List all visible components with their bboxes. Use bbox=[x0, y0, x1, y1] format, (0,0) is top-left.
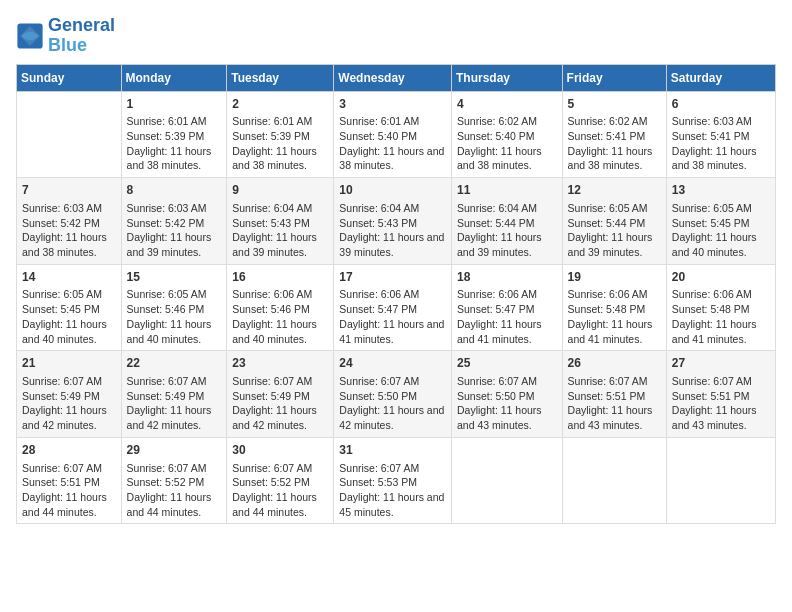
calendar-cell: 27 Sunrise: 6:07 AM Sunset: 5:51 PM Dayl… bbox=[666, 351, 775, 438]
sunrise-text: Sunrise: 6:07 AM bbox=[232, 461, 328, 476]
sunrise-text: Sunrise: 6:06 AM bbox=[568, 287, 661, 302]
sunrise-text: Sunrise: 6:07 AM bbox=[127, 461, 222, 476]
daylight-text: Daylight: 11 hours and 40 minutes. bbox=[127, 317, 222, 346]
day-number: 18 bbox=[457, 269, 557, 286]
sunrise-text: Sunrise: 6:01 AM bbox=[339, 114, 446, 129]
day-number: 4 bbox=[457, 96, 557, 113]
daylight-text: Daylight: 11 hours and 43 minutes. bbox=[568, 403, 661, 432]
day-number: 29 bbox=[127, 442, 222, 459]
sunrise-text: Sunrise: 6:03 AM bbox=[22, 201, 116, 216]
day-number: 17 bbox=[339, 269, 446, 286]
calendar-cell: 9 Sunrise: 6:04 AM Sunset: 5:43 PM Dayli… bbox=[227, 178, 334, 265]
day-number: 16 bbox=[232, 269, 328, 286]
sunset-text: Sunset: 5:42 PM bbox=[127, 216, 222, 231]
day-number: 24 bbox=[339, 355, 446, 372]
calendar-cell bbox=[666, 437, 775, 524]
day-number: 21 bbox=[22, 355, 116, 372]
calendar-cell: 1 Sunrise: 6:01 AM Sunset: 5:39 PM Dayli… bbox=[121, 91, 227, 178]
day-number: 1 bbox=[127, 96, 222, 113]
sunrise-text: Sunrise: 6:06 AM bbox=[232, 287, 328, 302]
day-number: 10 bbox=[339, 182, 446, 199]
sunset-text: Sunset: 5:42 PM bbox=[22, 216, 116, 231]
daylight-text: Daylight: 11 hours and 38 minutes. bbox=[22, 230, 116, 259]
sunset-text: Sunset: 5:49 PM bbox=[22, 389, 116, 404]
day-number: 30 bbox=[232, 442, 328, 459]
sunset-text: Sunset: 5:39 PM bbox=[232, 129, 328, 144]
day-number: 9 bbox=[232, 182, 328, 199]
sunset-text: Sunset: 5:47 PM bbox=[339, 302, 446, 317]
day-number: 28 bbox=[22, 442, 116, 459]
day-number: 23 bbox=[232, 355, 328, 372]
calendar-cell: 3 Sunrise: 6:01 AM Sunset: 5:40 PM Dayli… bbox=[334, 91, 452, 178]
daylight-text: Daylight: 11 hours and 41 minutes. bbox=[568, 317, 661, 346]
day-number: 6 bbox=[672, 96, 770, 113]
sunset-text: Sunset: 5:40 PM bbox=[457, 129, 557, 144]
daylight-text: Daylight: 11 hours and 42 minutes. bbox=[232, 403, 328, 432]
column-header-wednesday: Wednesday bbox=[334, 64, 452, 91]
day-number: 2 bbox=[232, 96, 328, 113]
sunrise-text: Sunrise: 6:06 AM bbox=[339, 287, 446, 302]
calendar-cell: 10 Sunrise: 6:04 AM Sunset: 5:43 PM Dayl… bbox=[334, 178, 452, 265]
day-number: 11 bbox=[457, 182, 557, 199]
sunset-text: Sunset: 5:53 PM bbox=[339, 475, 446, 490]
day-number: 20 bbox=[672, 269, 770, 286]
calendar-cell: 4 Sunrise: 6:02 AM Sunset: 5:40 PM Dayli… bbox=[451, 91, 562, 178]
calendar-week-row: 21 Sunrise: 6:07 AM Sunset: 5:49 PM Dayl… bbox=[17, 351, 776, 438]
sunrise-text: Sunrise: 6:07 AM bbox=[22, 461, 116, 476]
sunset-text: Sunset: 5:51 PM bbox=[568, 389, 661, 404]
calendar-week-row: 14 Sunrise: 6:05 AM Sunset: 5:45 PM Dayl… bbox=[17, 264, 776, 351]
calendar-cell: 24 Sunrise: 6:07 AM Sunset: 5:50 PM Dayl… bbox=[334, 351, 452, 438]
calendar-cell bbox=[562, 437, 666, 524]
sunrise-text: Sunrise: 6:05 AM bbox=[672, 201, 770, 216]
calendar-cell bbox=[17, 91, 122, 178]
daylight-text: Daylight: 11 hours and 42 minutes. bbox=[339, 403, 446, 432]
calendar-cell: 30 Sunrise: 6:07 AM Sunset: 5:52 PM Dayl… bbox=[227, 437, 334, 524]
sunrise-text: Sunrise: 6:02 AM bbox=[457, 114, 557, 129]
column-header-saturday: Saturday bbox=[666, 64, 775, 91]
calendar-week-row: 28 Sunrise: 6:07 AM Sunset: 5:51 PM Dayl… bbox=[17, 437, 776, 524]
calendar-cell: 19 Sunrise: 6:06 AM Sunset: 5:48 PM Dayl… bbox=[562, 264, 666, 351]
sunrise-text: Sunrise: 6:01 AM bbox=[127, 114, 222, 129]
daylight-text: Daylight: 11 hours and 40 minutes. bbox=[22, 317, 116, 346]
daylight-text: Daylight: 11 hours and 38 minutes. bbox=[232, 144, 328, 173]
calendar-cell: 28 Sunrise: 6:07 AM Sunset: 5:51 PM Dayl… bbox=[17, 437, 122, 524]
sunset-text: Sunset: 5:52 PM bbox=[127, 475, 222, 490]
daylight-text: Daylight: 11 hours and 44 minutes. bbox=[22, 490, 116, 519]
calendar-cell: 18 Sunrise: 6:06 AM Sunset: 5:47 PM Dayl… bbox=[451, 264, 562, 351]
sunrise-text: Sunrise: 6:05 AM bbox=[568, 201, 661, 216]
sunset-text: Sunset: 5:48 PM bbox=[568, 302, 661, 317]
calendar-cell: 21 Sunrise: 6:07 AM Sunset: 5:49 PM Dayl… bbox=[17, 351, 122, 438]
sunrise-text: Sunrise: 6:06 AM bbox=[457, 287, 557, 302]
daylight-text: Daylight: 11 hours and 43 minutes. bbox=[457, 403, 557, 432]
calendar-cell: 6 Sunrise: 6:03 AM Sunset: 5:41 PM Dayli… bbox=[666, 91, 775, 178]
day-number: 25 bbox=[457, 355, 557, 372]
day-number: 19 bbox=[568, 269, 661, 286]
logo: General Blue bbox=[16, 16, 115, 56]
daylight-text: Daylight: 11 hours and 38 minutes. bbox=[127, 144, 222, 173]
sunset-text: Sunset: 5:43 PM bbox=[232, 216, 328, 231]
sunset-text: Sunset: 5:52 PM bbox=[232, 475, 328, 490]
calendar-cell: 16 Sunrise: 6:06 AM Sunset: 5:46 PM Dayl… bbox=[227, 264, 334, 351]
daylight-text: Daylight: 11 hours and 38 minutes. bbox=[672, 144, 770, 173]
calendar-body: 1 Sunrise: 6:01 AM Sunset: 5:39 PM Dayli… bbox=[17, 91, 776, 524]
sunrise-text: Sunrise: 6:05 AM bbox=[22, 287, 116, 302]
logo-text: General Blue bbox=[48, 16, 115, 56]
sunset-text: Sunset: 5:41 PM bbox=[672, 129, 770, 144]
calendar-cell: 2 Sunrise: 6:01 AM Sunset: 5:39 PM Dayli… bbox=[227, 91, 334, 178]
sunset-text: Sunset: 5:49 PM bbox=[127, 389, 222, 404]
day-number: 13 bbox=[672, 182, 770, 199]
calendar-cell: 8 Sunrise: 6:03 AM Sunset: 5:42 PM Dayli… bbox=[121, 178, 227, 265]
daylight-text: Daylight: 11 hours and 39 minutes. bbox=[339, 230, 446, 259]
logo-icon bbox=[16, 22, 44, 50]
day-number: 12 bbox=[568, 182, 661, 199]
calendar-table: SundayMondayTuesdayWednesdayThursdayFrid… bbox=[16, 64, 776, 525]
daylight-text: Daylight: 11 hours and 41 minutes. bbox=[457, 317, 557, 346]
sunset-text: Sunset: 5:45 PM bbox=[22, 302, 116, 317]
sunrise-text: Sunrise: 6:07 AM bbox=[457, 374, 557, 389]
sunrise-text: Sunrise: 6:07 AM bbox=[22, 374, 116, 389]
day-number: 26 bbox=[568, 355, 661, 372]
sunset-text: Sunset: 5:45 PM bbox=[672, 216, 770, 231]
calendar-cell: 14 Sunrise: 6:05 AM Sunset: 5:45 PM Dayl… bbox=[17, 264, 122, 351]
sunset-text: Sunset: 5:39 PM bbox=[127, 129, 222, 144]
sunrise-text: Sunrise: 6:07 AM bbox=[568, 374, 661, 389]
